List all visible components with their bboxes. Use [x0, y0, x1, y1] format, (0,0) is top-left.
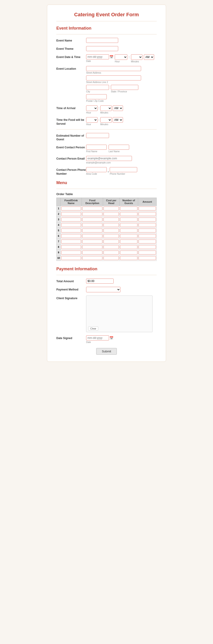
- calendar-icon[interactable]: 📅: [109, 55, 113, 59]
- input-cost-row4[interactable]: [104, 223, 119, 227]
- input-cost-row7[interactable]: [104, 240, 119, 244]
- cell-num-guests: [119, 239, 138, 244]
- input-num-guests-row4[interactable]: [120, 223, 137, 227]
- input-cost-row1[interactable]: [104, 206, 119, 210]
- arrival-hour-item: 123 456 789 101112 Hour: [86, 106, 98, 114]
- table-row: 8: [57, 244, 157, 250]
- date-signed-input[interactable]: [86, 336, 109, 340]
- input-food-name-row9[interactable]: [61, 250, 81, 254]
- input-food-name-row3[interactable]: [61, 218, 81, 222]
- total-input[interactable]: [86, 278, 114, 284]
- input-amount-row4[interactable]: [139, 223, 156, 227]
- input-food-desc-row9[interactable]: [82, 250, 103, 254]
- event-theme-input[interactable]: [86, 46, 118, 51]
- area-code-input[interactable]: [86, 167, 107, 172]
- event-datetime-label: Event Date & Time: [56, 54, 86, 59]
- first-name-input[interactable]: [86, 145, 107, 150]
- row-number: 1: [57, 206, 61, 211]
- input-food-name-row1[interactable]: [61, 206, 81, 210]
- row-number: 3: [57, 217, 61, 222]
- input-food-desc-row6[interactable]: [82, 234, 103, 238]
- cell-num-guests: [119, 233, 138, 239]
- input-amount-row6[interactable]: [139, 234, 156, 238]
- served-ampm-select[interactable]: AM PM: [113, 117, 123, 123]
- input-amount-row9[interactable]: [139, 250, 156, 254]
- input-food-desc-row3[interactable]: [82, 218, 103, 222]
- date-input[interactable]: [86, 54, 109, 60]
- submit-button[interactable]: Submit: [96, 348, 117, 355]
- last-name-input[interactable]: [109, 145, 129, 150]
- input-cost-row9[interactable]: [104, 250, 119, 254]
- cell-amount: [138, 239, 156, 244]
- cell-food-name: [61, 244, 82, 250]
- input-food-name-row7[interactable]: [61, 240, 81, 244]
- city-input[interactable]: [86, 85, 109, 90]
- clear-button[interactable]: Clear: [88, 326, 98, 330]
- input-cost-row10[interactable]: [104, 256, 119, 260]
- served-minutes-select[interactable]: 000510 152025 303540 455055: [100, 117, 112, 123]
- input-amount-row8[interactable]: [139, 245, 156, 249]
- phone-input[interactable]: [110, 167, 137, 172]
- input-food-name-row2[interactable]: [61, 212, 81, 216]
- payment-method-select[interactable]: Cash Credit Card Check Bank Transfer: [86, 287, 120, 292]
- input-food-name-row10[interactable]: [61, 256, 81, 260]
- cell-food-desc: [82, 211, 103, 217]
- input-amount-row1[interactable]: [139, 206, 156, 210]
- input-food-desc-row5[interactable]: [82, 228, 103, 232]
- input-food-name-row8[interactable]: [61, 245, 81, 249]
- total-label: Total Amount: [56, 278, 86, 283]
- zip-label: Postal / Zip Code: [86, 100, 157, 102]
- input-food-name-row4[interactable]: [61, 223, 81, 227]
- input-num-guests-row7[interactable]: [120, 240, 137, 244]
- signature-canvas[interactable]: Clear: [86, 296, 153, 332]
- table-row: 3: [57, 217, 157, 222]
- input-food-desc-row8[interactable]: [82, 245, 103, 249]
- input-num-guests-row10[interactable]: [120, 256, 137, 260]
- arrival-ampm-select[interactable]: AM PM: [113, 106, 123, 111]
- input-cost-row8[interactable]: [104, 245, 119, 249]
- input-num-guests-row8[interactable]: [120, 245, 137, 249]
- email-label: Contact Person Email: [56, 156, 86, 161]
- input-food-desc-row1[interactable]: [82, 206, 103, 210]
- input-amount-row2[interactable]: [139, 212, 156, 216]
- input-cost-row3[interactable]: [104, 218, 119, 222]
- email-input[interactable]: [86, 156, 132, 161]
- input-food-name-row5[interactable]: [61, 228, 81, 232]
- input-food-name-row6[interactable]: [61, 234, 81, 238]
- input-amount-row10[interactable]: [139, 256, 156, 260]
- served-time-field: 123 456 789 101112 Hour : 000510 152025 …: [86, 117, 157, 126]
- input-amount-row3[interactable]: [139, 218, 156, 222]
- input-num-guests-row2[interactable]: [120, 212, 137, 216]
- cell-num-guests: [119, 206, 138, 211]
- guests-input[interactable]: [86, 133, 109, 138]
- input-food-desc-row10[interactable]: [82, 256, 103, 260]
- input-amount-row7[interactable]: [139, 240, 156, 244]
- input-num-guests-row9[interactable]: [120, 250, 137, 254]
- arrival-hour-select[interactable]: 123 456 789 101112: [86, 106, 98, 111]
- guests-field: [86, 133, 157, 138]
- hour-select[interactable]: 123 456 789 101112: [115, 54, 127, 60]
- ampm-select[interactable]: AM PM: [144, 54, 154, 60]
- input-cost-row2[interactable]: [104, 212, 119, 216]
- input-num-guests-row6[interactable]: [120, 234, 137, 238]
- zip-input[interactable]: [86, 94, 107, 99]
- table-header-row: Food/Drink Name Food Description Cost pe…: [57, 198, 157, 206]
- input-num-guests-row1[interactable]: [120, 206, 137, 210]
- street-input[interactable]: [86, 66, 141, 71]
- input-food-desc-row7[interactable]: [82, 240, 103, 244]
- input-num-guests-row5[interactable]: [120, 228, 137, 232]
- input-food-desc-row2[interactable]: [82, 212, 103, 216]
- input-num-guests-row3[interactable]: [120, 218, 137, 222]
- input-cost-row6[interactable]: [104, 234, 119, 238]
- input-food-desc-row4[interactable]: [82, 223, 103, 227]
- served-hour-select[interactable]: 123 456 789 101112: [86, 117, 98, 123]
- state-input[interactable]: [111, 85, 138, 90]
- arrival-minutes-select[interactable]: 000510 152025 303540 455055: [100, 106, 112, 111]
- minutes-select[interactable]: 000510 152025 303540 455055: [131, 54, 143, 60]
- name-group: First Name Last Name: [86, 145, 157, 153]
- calendar-icon-2[interactable]: 📅: [109, 336, 113, 340]
- event-name-input[interactable]: [86, 38, 118, 43]
- street2-input[interactable]: [86, 76, 141, 80]
- input-amount-row5[interactable]: [139, 228, 156, 232]
- input-cost-row5[interactable]: [104, 228, 119, 232]
